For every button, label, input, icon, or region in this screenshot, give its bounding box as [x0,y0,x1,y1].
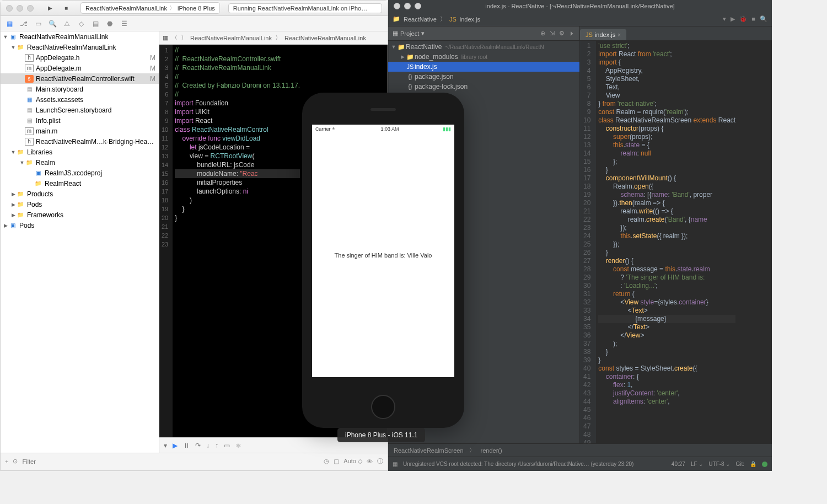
status-indicator[interactable] [762,462,767,467]
tree-row[interactable]: ▤LaunchScreen.storyboard [1,105,159,115]
project-navigator[interactable]: ▼▣ReactNativeRealmManualLink▼📁ReactNativ… [1,31,159,453]
code-lines[interactable]: //// ReactNativeRealmController.swift// … [173,45,302,437]
close-tab-icon[interactable]: × [617,32,621,38]
tree-row[interactable]: ▤Info.plist [1,115,159,126]
auto-label[interactable]: Auto ◇ [343,458,362,465]
tree-row[interactable]: ▼📁ReactNative~/ReactNativeRealmManualLin… [388,42,579,52]
tree-row[interactable]: ▼📁ReactNativeRealmManualLink [1,42,159,52]
quicklook-icon[interactable]: 👁 [367,458,373,465]
issue-navigator-icon[interactable]: ⚠ [62,20,71,28]
search-icon[interactable]: 🔍 [760,15,767,23]
tree-row[interactable]: JSindex.js [388,62,579,72]
symbol-navigator-icon[interactable]: ▭ [34,20,42,28]
project-header[interactable]: ▦ Project ▾ ⊕ ⇲ ⚙ ⏵ [388,26,579,41]
project-label: Project [400,30,419,37]
crumb-folder[interactable]: ReactNative [404,16,437,23]
find-navigator-icon[interactable]: 🔍 [48,20,57,28]
step-into-icon[interactable]: ↓ [206,442,210,449]
scm-icon[interactable]: ▢ [334,458,339,465]
home-button[interactable] [371,395,395,419]
window-controls[interactable] [6,5,34,12]
run-config-dropdown[interactable]: ▾ [723,15,726,23]
xcode-titlebar: ▶ ■ ReactNativeRealmManualLink 〉 iPhone … [1,1,388,16]
window-title: index.js - ReactNative - [~/ReactNativeR… [485,3,674,9]
editor-tabs: JS index.js × [580,26,772,41]
stop-button[interactable]: ■ [60,3,72,13]
tree-row[interactable]: 📁RealmReact [1,178,159,189]
tree-row[interactable]: hReactNativeRealmM…k-Bridging-Header.h [1,136,159,147]
tree-row[interactable]: ▶📁Frameworks [1,210,159,220]
status-message[interactable]: Unregistered VCS root detected: The dire… [403,461,666,467]
view-debug-icon[interactable]: ▭ [224,442,230,449]
debug-button[interactable]: 🐞 [739,15,747,23]
recent-icon[interactable]: ◷ [324,458,329,465]
test-navigator-icon[interactable]: ◇ [77,20,85,28]
forward-icon[interactable]: 〉 [181,34,187,42]
breakpoints-icon[interactable]: ▶ [173,442,178,449]
tree-row[interactable]: ▼▣ReactNativeRealmManualLink [1,31,159,42]
tree-row[interactable]: ▣RealmJS.xcodeproj [1,168,159,178]
collapse-icon[interactable]: ⇲ [550,30,555,37]
jump-bar[interactable]: ▦ 〈 〉 ReactNativeRealmManualLink 〉 React… [159,31,388,45]
carrier-label: Carrier ᯤ [315,126,337,132]
tree-row[interactable]: sReactNativeRealmController.swiftM [1,73,159,84]
source-control-icon[interactable]: ⎇ [19,20,28,28]
back-icon[interactable]: 〈 [171,34,178,42]
tree-row[interactable]: ▶▣Pods [1,220,159,230]
tree-row[interactable]: ▶📁node_moduleslibrary root [388,52,579,62]
cursor-position[interactable]: 40:27 [672,461,685,467]
app-content: The singer of HIM band is: Ville Valo [312,133,454,377]
jumpbar-crumb[interactable]: ReactNativeRealmManualLink [284,35,366,41]
window-controls[interactable] [394,3,421,9]
tool-window-icon[interactable]: ▦ [393,461,398,467]
lock-icon[interactable]: 🔒 [750,461,756,467]
breadcrumb-class[interactable]: ReactNativeRealmScreen [394,447,464,454]
tree-row[interactable]: ▦Assets.xcassets [1,94,159,105]
tree-row[interactable]: ▼📁Libraries [1,147,159,157]
step-over-icon[interactable]: ↷ [195,442,201,449]
simulator-screen[interactable]: Carrier ᯤ 1:03 AM ▮▮▮ The singer of HIM … [312,125,454,377]
tree-row[interactable]: mmain.m [1,126,159,136]
editor-tab[interactable]: JS index.js × [580,29,626,40]
step-out-icon[interactable]: ↑ [215,442,218,449]
tree-row[interactable]: mAppDelegate.mM [1,63,159,73]
breadcrumb-bar[interactable]: ReactNativeRealmScreen 〉 render() [388,443,772,457]
debug-navigator-icon[interactable]: ▤ [91,20,100,28]
tree-row[interactable]: ▤Main.storyboard [1,84,159,94]
git-label[interactable]: Git: [735,461,744,467]
webstorm-titlebar: index.js - ReactNative - [~/ReactNativeR… [388,0,772,12]
run-button[interactable]: ▶ [731,15,735,23]
project-navigator-icon[interactable]: ▦ [5,20,14,28]
tree-row[interactable]: hAppDelegate.hM [1,52,159,63]
tree-row[interactable]: ▶📁Pods [1,199,159,210]
related-items-icon[interactable]: ▦ [163,34,168,41]
tree-row[interactable]: ▼📁Realm [1,157,159,168]
report-navigator-icon[interactable]: ☰ [120,20,128,28]
tree-row[interactable]: {}package-lock.json [388,82,579,92]
pause-icon[interactable]: ⏸ [183,442,190,449]
encoding[interactable]: UTF-8 ⌄ [708,461,730,467]
tree-row[interactable]: {}package.json [388,72,579,82]
add-icon[interactable]: + [5,458,8,465]
stop-button[interactable]: ■ [751,15,755,23]
crumb-file[interactable]: index.js [460,16,480,23]
filter-input[interactable] [22,458,319,465]
info-icon[interactable]: ⓘ [377,457,383,465]
line-separator[interactable]: LF ⌄ [691,461,703,467]
speaker-slot [370,108,396,111]
breakpoint-navigator-icon[interactable]: ⬣ [105,20,114,28]
chevron-down-icon[interactable]: ▾ [421,30,425,37]
hide-debug-icon[interactable]: ▾ [164,442,167,449]
run-button[interactable]: ▶ [44,3,56,13]
code-editor[interactable]: 1234567891011121314151617181920212223242… [580,41,772,443]
message-text: The singer of HIM band is: Ville Valo [335,252,432,259]
settings-icon[interactable]: ⚙ [559,30,565,37]
memory-graph-icon[interactable]: ⚛ [235,442,241,449]
scheme-selector[interactable]: ReactNativeRealmManualLink 〉 iPhone 8 Pl… [80,2,220,14]
tree-row[interactable]: ▶📁Products [1,189,159,199]
hide-icon[interactable]: ⏵ [569,30,575,37]
jumpbar-crumb[interactable]: ReactNativeRealmManualLink [190,35,272,41]
breadcrumb-method[interactable]: render() [481,447,502,454]
code-lines[interactable]: 'use strict';import React from 'react';i… [596,41,738,443]
locate-icon[interactable]: ⊕ [540,30,545,37]
